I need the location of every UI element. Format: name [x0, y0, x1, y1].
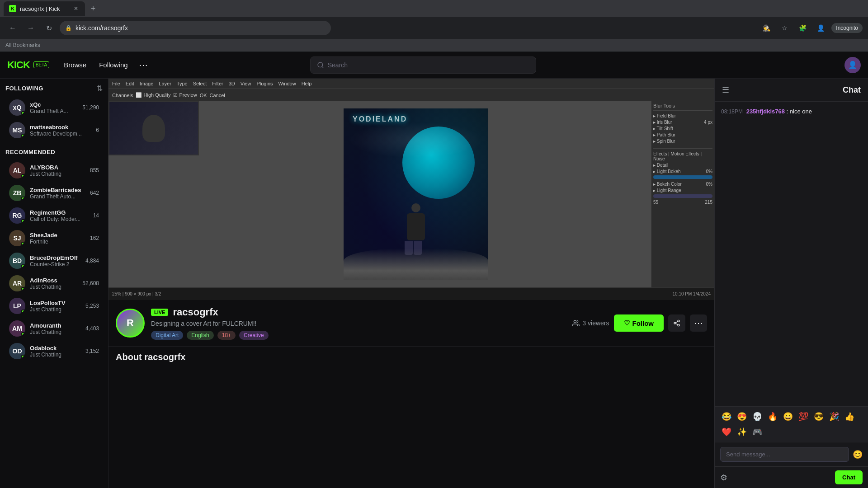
chat-timestamp: 08:18PM: [721, 108, 743, 115]
chat-input-row: 😊: [715, 442, 868, 466]
lospollos-viewers: 5,253: [85, 303, 99, 309]
browser-chrome: K racsogrfx | Kick ✕ + ← → ↻ 🔒 kick.com/…: [0, 0, 868, 52]
sidebar-item-amouranth[interactable]: AM Amouranth Just Chatting 4,403: [5, 317, 103, 340]
mattseabrook-name: mattseabrook: [30, 124, 91, 131]
back-button[interactable]: ←: [5, 21, 20, 35]
xqc-game: Grand Theft A...: [30, 108, 78, 114]
ps-toolbar: Channels ⬜ High Quality ☑ Preview OK Can…: [108, 89, 714, 101]
shesjane-avatar: SJ: [9, 230, 25, 246]
follow-button[interactable]: ♡ Follow: [614, 314, 664, 332]
address-bar[interactable]: 🔒 kick.com/racsogrfx: [60, 21, 331, 35]
emoji-joy[interactable]: 😀: [782, 410, 794, 423]
app-header: KICK BETA Browse Following ⋯ 👤: [0, 52, 868, 79]
following-link[interactable]: Following: [94, 58, 133, 71]
sidebar-item-xqc[interactable]: xQ xQc Grand Theft A... 51,290: [5, 96, 103, 119]
logo[interactable]: KICK BETA: [7, 59, 49, 71]
incognito-icon: 🕵: [759, 21, 774, 35]
chat-footer: ⚙ Chat: [715, 466, 868, 488]
active-tab[interactable]: K racsogrfx | Kick ✕: [4, 1, 85, 16]
tab-close-button[interactable]: ✕: [72, 5, 80, 12]
sidebar-item-zombie[interactable]: ZB ZombieBarricades Grand Theft Auto... …: [5, 182, 103, 204]
chat-input[interactable]: [720, 447, 849, 462]
logo-text: KICK: [7, 59, 30, 71]
chat-collapse-button[interactable]: ☰: [722, 85, 729, 95]
emoji-skull[interactable]: 💀: [751, 410, 764, 423]
sidebar-item-mattseabrook[interactable]: MS mattseabrook Software Developm... 6: [5, 119, 103, 141]
ps-slider2: [653, 194, 712, 198]
emoji-heart-eyes[interactable]: 😍: [736, 410, 748, 423]
emoji-heart[interactable]: ❤️: [720, 426, 733, 438]
amouranth-info: Amouranth Just Chatting: [30, 322, 81, 335]
nav-right: 🕵 ☆ 🧩 👤 Incognito: [759, 21, 863, 35]
bookmark-star-icon[interactable]: ☆: [777, 21, 792, 35]
online-indicator: [21, 197, 25, 201]
search-icon: [317, 61, 324, 69]
tag-digital-art[interactable]: Digital Art: [151, 331, 183, 340]
online-indicator: [21, 134, 25, 138]
user-avatar[interactable]: 👤: [844, 57, 861, 73]
online-indicator: [21, 332, 25, 337]
adinross-name: AdinRoss: [30, 277, 78, 284]
incognito-label: Incognito: [836, 25, 858, 31]
emoji-fire[interactable]: 🔥: [766, 410, 779, 423]
chat-settings-button[interactable]: ⚙: [720, 473, 727, 483]
tag-creative[interactable]: Creative: [239, 331, 269, 340]
profile-icon[interactable]: 👤: [813, 21, 828, 35]
tab-title: racsogrfx | Kick: [20, 5, 60, 12]
zombie-info: ZombieBarricades Grand Theft Auto...: [30, 187, 85, 200]
art-person: [405, 203, 427, 253]
follow-label: Follow: [632, 319, 654, 327]
emoji-cool[interactable]: 😎: [812, 410, 825, 423]
browse-link[interactable]: Browse: [58, 58, 92, 71]
emoji-laugh[interactable]: 😂: [720, 410, 733, 423]
sidebar-item-bruce[interactable]: BD BruceDropEmOff Counter-Strike 2 4,884: [5, 249, 103, 272]
emoji-100[interactable]: 💯: [797, 410, 810, 423]
new-tab-button[interactable]: +: [87, 2, 99, 15]
search-input[interactable]: [328, 61, 529, 69]
search-bar[interactable]: [310, 56, 536, 74]
tag-english[interactable]: English: [187, 331, 213, 340]
sort-icon[interactable]: ⇅: [97, 84, 103, 93]
more-nav-button[interactable]: ⋯: [135, 58, 151, 72]
forward-button[interactable]: →: [24, 21, 38, 35]
bookmarks-bar: All Bookmarks: [0, 39, 868, 52]
chat-send-button[interactable]: Chat: [835, 470, 863, 484]
sidebar-item-alyboba[interactable]: AL ALYBOBA Just Chatting 855: [5, 159, 103, 182]
webcam-feed: [109, 102, 198, 155]
regiment-game: Call of Duty: Moder...: [30, 216, 89, 222]
odablock-name: Odablock: [30, 345, 81, 352]
sidebar-item-adinross[interactable]: AR AdinRoss Just Chatting 52,608: [5, 272, 103, 295]
stream-info: R LIVE racsogrfx Designing a cover Art f…: [108, 300, 714, 346]
regiment-name: RegimentGG: [30, 209, 89, 216]
zombie-name: ZombieBarricades: [30, 187, 85, 193]
lospollos-name: LosPollosTV: [30, 300, 81, 306]
streamer-avatar: R: [116, 309, 145, 338]
emoji-picker-button[interactable]: 😊: [853, 450, 863, 460]
sidebar-item-regiment[interactable]: RG RegimentGG Call of Duty: Moder... 14: [5, 204, 103, 227]
zombie-viewers: 642: [90, 190, 99, 196]
amouranth-viewers: 4,403: [85, 325, 99, 332]
ps-slider: [653, 175, 712, 179]
emoji-controller[interactable]: 🎮: [751, 426, 764, 438]
emoji-sparkles[interactable]: ✨: [736, 426, 748, 438]
tag-18plus[interactable]: 18+: [217, 331, 236, 340]
ps-panels: Blur Tools ▸ Field Blur ▸ Iris Blur 4 px…: [651, 101, 714, 287]
following-section: Following ⇅ xQ xQc Grand Theft A... 51,2…: [0, 79, 108, 143]
regiment-viewers: 14: [93, 212, 99, 219]
emoji-tada[interactable]: 🎉: [828, 410, 840, 423]
header-right: 👤: [844, 57, 861, 73]
photoshop-interface: File Edit Image Layer Type Select Filter…: [108, 79, 714, 300]
emoji-thumbsup[interactable]: 👍: [843, 410, 856, 423]
extensions-icon[interactable]: 🧩: [795, 21, 810, 35]
more-options-button[interactable]: ⋯: [690, 314, 707, 332]
sidebar-item-shesjane[interactable]: SJ ShesJade Fortnite 162: [5, 227, 103, 249]
person-silhouette: [142, 115, 165, 142]
sidebar-item-lospollos[interactable]: LP LosPollosTV Just Chatting 5,253: [5, 295, 103, 317]
bruce-viewers: 4,884: [85, 258, 99, 264]
regiment-info: RegimentGG Call of Duty: Moder...: [30, 209, 89, 222]
share-button[interactable]: [668, 314, 685, 332]
refresh-button[interactable]: ↻: [42, 21, 56, 35]
incognito-badge[interactable]: Incognito: [831, 23, 863, 33]
sidebar-item-odablock[interactable]: OD Odablock Just Chatting 3,152: [5, 340, 103, 362]
bruce-game: Counter-Strike 2: [30, 261, 81, 267]
